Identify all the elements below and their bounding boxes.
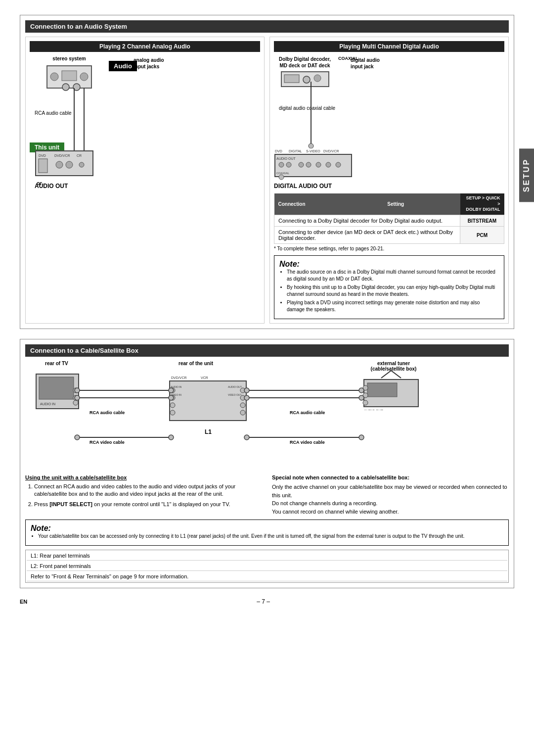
svg-point-52 <box>240 388 245 393</box>
svg-point-67 <box>363 400 368 405</box>
instructions-right: Special note when connected to a cable/s… <box>272 474 509 516</box>
terminal-l2-row: L2: Front panel terminals <box>27 562 507 571</box>
rear-tv-label: rear of TV <box>45 361 68 366</box>
svg-point-33 <box>306 162 311 167</box>
special-note-title: Special note when connected to a cable/s… <box>272 474 509 480</box>
tv-box-container: AUDIO IN <box>35 373 80 411</box>
stereo-label: stereo system <box>44 56 94 61</box>
rear-unit-label: rear of the unit <box>178 361 213 366</box>
note2-list: Your cable/satellite box can be accessed… <box>31 533 503 540</box>
dolby-label: Dolby Digital decoder,MD deck or DAT dec… <box>279 56 331 69</box>
settings-row1-value: BITSTREAM <box>460 215 504 227</box>
dvd-unit-box: DVD DVD/VCR CR or <box>35 150 94 186</box>
svg-text:S-VIDEO: S-VIDEO <box>306 149 320 153</box>
settings-col2-header: Setting <box>383 193 460 215</box>
note1-box: Note: The audio source on a disc in a Do… <box>274 255 504 319</box>
svg-point-31 <box>286 162 291 167</box>
settings-note: * To complete these settings, refer to p… <box>274 246 504 251</box>
svg-point-54 <box>240 403 245 408</box>
note1-bullet-3: Playing back a DVD using incorrect setti… <box>287 299 499 313</box>
svg-text:AUDIO OUT: AUDIO OUT <box>228 385 242 388</box>
settings-row1-desc: Connecting to a Dolby Digital decoder fo… <box>274 215 460 227</box>
instructions-left: Using the unit with a cable/satellite bo… <box>25 474 262 516</box>
digital-audio-out-label: DIGITAL AUDIO OUT <box>274 183 332 189</box>
instructions-area: Using the unit with a cable/satellite bo… <box>25 474 509 516</box>
step-2: Press [INPUT SELECT] on your remote cont… <box>34 501 262 508</box>
svg-point-82 <box>244 435 249 440</box>
settings-row2-value: PCM <box>460 227 504 244</box>
svg-text:DVD/VCR: DVD/VCR <box>323 149 339 153</box>
note2-bullet-1: Your cable/satellite box can be accessed… <box>38 533 503 540</box>
digital-audio-col: Playing Multi Channel Digital Audio Dolb… <box>269 37 509 324</box>
terminal-table: L1: Rear panel terminals L2: Front panel… <box>25 550 509 583</box>
digital-cable-svg <box>304 82 318 148</box>
svg-text:COAXIAL: COAXIAL <box>276 172 290 175</box>
special-line-2: Do not change channels during a recordin… <box>272 499 509 508</box>
instructions-list: Connect an RCA audio and video cables to… <box>25 483 262 508</box>
analog-audio-col: Playing 2 Channel Analog Audio stereo sy… <box>25 37 265 324</box>
svg-text:DVD: DVD <box>275 149 282 153</box>
cable-section: Connection to a Cable/Satellite Box rear… <box>20 339 514 588</box>
svg-point-51 <box>170 410 175 415</box>
settings-col3-header: SETUP > QUICK >DOLBY DIGITAL <box>460 193 504 215</box>
tv-device-icon: AUDIO IN <box>35 373 80 410</box>
svg-rect-40 <box>39 377 74 399</box>
audio-out-label: AUDIO OUT <box>35 183 68 189</box>
settings-table: Connection Setting SETUP > QUICK >DOLBY … <box>274 193 504 244</box>
note1-bullet-2: By hooking this unit up to a Dolby Digit… <box>287 284 499 298</box>
l1-label: L1 <box>169 428 248 435</box>
analog-diagram: stereo system Audio analog audioinput j <box>30 56 260 189</box>
svg-line-60 <box>381 371 391 378</box>
special-note-lines: Only the active channel on your cable/sa… <box>272 483 509 516</box>
dvd-digital-unit-box: DVD DIGITAL S-VIDEO DVD/VCR AUDIO OUT <box>274 147 353 186</box>
en-label: EN <box>20 599 27 605</box>
digital-diagram: Dolby Digital decoder,MD deck or DAT dec… <box>274 56 504 189</box>
svg-line-61 <box>391 371 401 378</box>
svg-point-2 <box>80 73 88 81</box>
svg-text:DVD/VCR: DVD/VCR <box>54 154 70 157</box>
note1-bullet-1: The audio source on a disc in a Dolby Di… <box>287 269 499 283</box>
svg-point-76 <box>169 435 174 440</box>
svg-text:AUDIO IN: AUDIO IN <box>40 402 55 406</box>
audio-system-section: Connection to an Audio System Playing 2 … <box>20 15 514 329</box>
rca-audio-1-label: RCA audio cable <box>89 410 125 415</box>
svg-point-15 <box>56 161 63 168</box>
audio-columns: Playing 2 Channel Analog Audio stereo sy… <box>25 37 509 324</box>
cable-connections-svg <box>25 361 509 470</box>
svg-text:AUDIO OUT: AUDIO OUT <box>364 409 384 410</box>
terminal-refer-row: Refer to "Front & Rear Terminals" on pag… <box>27 572 507 581</box>
svg-text:VIDEO IN: VIDEO IN <box>171 393 181 396</box>
analog-jacks-label: analog audioinput jacks <box>134 57 164 70</box>
rca-video-2-label: RCA video cable <box>290 440 325 445</box>
svg-text:DVD: DVD <box>39 154 46 157</box>
ext-tuner-box: AUDIO OUT <box>361 371 421 411</box>
svg-point-55 <box>240 410 245 415</box>
rca-audio-2-label: RCA audio cable <box>290 410 325 415</box>
page-number: – 7 – <box>257 598 270 605</box>
svg-text:DVD/VCR: DVD/VCR <box>171 376 187 379</box>
step-1: Connect an RCA audio and video cables to… <box>34 483 262 498</box>
svg-point-35 <box>326 162 331 167</box>
svg-point-85 <box>359 435 364 440</box>
svg-point-65 <box>363 385 368 390</box>
svg-text:VIDEO OUT: VIDEO OUT <box>228 393 242 396</box>
svg-point-38 <box>279 175 284 180</box>
cable-section-header: Connection to a Cable/Satellite Box <box>25 344 509 357</box>
ext-tuner-label: external tuner(cable/satellite box) <box>361 361 426 372</box>
page-footer: EN – 7 – <box>20 598 514 605</box>
note1-list: The audio source on a disc in a Dolby Di… <box>279 269 499 313</box>
svg-rect-63 <box>367 383 397 397</box>
settings-row-2: Connecting to other device (an MD deck o… <box>274 227 504 244</box>
special-line-1: Only the active channel on your cable/sa… <box>272 483 509 499</box>
audio-badge-container: Audio <box>109 61 137 71</box>
terminal-l1-cell: L1: Rear panel terminals <box>27 551 507 561</box>
special-line-3: You cannot record on channel while viewi… <box>272 508 509 516</box>
svg-point-36 <box>336 162 341 167</box>
svg-point-1 <box>50 73 58 81</box>
rca-cable-label: RCA audio cable <box>35 110 72 116</box>
svg-point-34 <box>316 162 321 167</box>
svg-rect-3 <box>62 71 77 81</box>
terminal-refer-cell: Refer to "Front & Rear Terminals" on pag… <box>27 572 507 581</box>
svg-point-66 <box>363 393 368 398</box>
svg-point-17 <box>79 162 84 167</box>
